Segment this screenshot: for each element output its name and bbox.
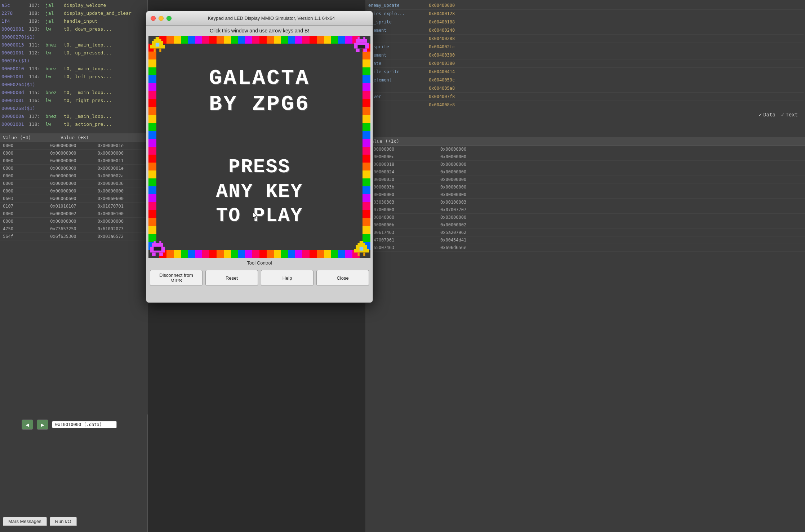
value-cell: 0x00000011 bbox=[98, 157, 145, 164]
right-value-row: 0x0000000c0x00000000 bbox=[365, 153, 805, 161]
right-value-row: 0x000400000x03000000 bbox=[365, 214, 805, 221]
disconnect-button[interactable]: Disconnect from MIPS bbox=[150, 270, 203, 286]
right-value-header: Value (+1c) bbox=[365, 137, 805, 146]
asm-addr: 00001001 bbox=[1, 73, 27, 81]
right-value-cell: 0x00000000 bbox=[440, 161, 512, 168]
game-prompt-line2: ANY KEY bbox=[216, 179, 303, 204]
value-cell: 0x00000100 bbox=[98, 210, 145, 217]
rainbow-cell bbox=[252, 250, 259, 258]
rainbow-cell bbox=[148, 170, 156, 178]
asm-args bbox=[64, 33, 146, 41]
svg-rect-19 bbox=[152, 253, 156, 257]
value-cell: 0x00000000 bbox=[50, 180, 97, 187]
rainbow-cell bbox=[238, 250, 245, 258]
bottom-tab-bar: Mars Messages Run I/O bbox=[0, 510, 148, 532]
nav-back-button[interactable]: ◀ bbox=[22, 420, 33, 430]
asm-op: bnez bbox=[45, 89, 62, 97]
right-value-table: Value (+1c) 0x000000000x000000000x000000… bbox=[365, 137, 805, 252]
rainbow-cell bbox=[363, 75, 370, 83]
rainbow-cell bbox=[231, 36, 238, 44]
asm-op: bnez bbox=[45, 112, 62, 120]
help-button[interactable]: Help bbox=[261, 270, 313, 286]
text-checkbox-item[interactable]: ✓ Text bbox=[781, 112, 798, 118]
assembly-row: 00026c($1) bbox=[1, 57, 146, 65]
rainbow-cell bbox=[363, 210, 370, 218]
right-symbol-row: te 0x00400288 bbox=[367, 35, 804, 43]
right-value-row: 0x000000300x00000000 bbox=[365, 176, 805, 183]
asm-addr: 00000013 bbox=[1, 41, 27, 49]
right-value-cell: 0x03030303 bbox=[368, 199, 440, 206]
asm-num: 118: bbox=[29, 120, 43, 128]
right-value-row: 0x0000000b0x00000002 bbox=[365, 221, 805, 229]
rainbow-cell bbox=[338, 36, 345, 44]
tool-control-label: Tool Control bbox=[146, 258, 373, 268]
value-row: 47500x736572500x61002073 bbox=[0, 225, 148, 233]
close-button[interactable]: Close bbox=[316, 270, 369, 286]
asm-op: lw bbox=[45, 97, 62, 105]
value-row: 564f0x6f6353000x003a6572 bbox=[0, 233, 148, 240]
assembly-row: 00000264($1) bbox=[1, 81, 146, 89]
right-value-cell: 0x5a207962 bbox=[440, 229, 512, 236]
right-value-cell: 0x03000000 bbox=[440, 214, 512, 221]
rainbow-cell bbox=[148, 131, 156, 139]
symbol-name: element bbox=[368, 51, 426, 59]
asm-args: handle_input bbox=[64, 17, 146, 25]
rainbow-cell bbox=[331, 250, 338, 258]
value-cell: 0x0000001e bbox=[98, 142, 145, 149]
right-value-row: 0x470079610x00454d41 bbox=[365, 236, 805, 244]
rainbow-cell bbox=[363, 147, 370, 155]
right-value-cell: 0x00000024 bbox=[368, 168, 440, 176]
right-symbol-row: te 0x004005a8 bbox=[367, 84, 804, 93]
rainbow-cell bbox=[267, 36, 274, 44]
asm-op bbox=[45, 105, 62, 112]
reset-button[interactable]: Reset bbox=[205, 270, 258, 286]
asm-args: t0, down_press... bbox=[64, 25, 146, 33]
value-cell: 0x6f635300 bbox=[50, 233, 97, 240]
rainbow-cell bbox=[174, 36, 181, 44]
rainbow-cell bbox=[148, 99, 156, 107]
right-value-cell: 0x00454d41 bbox=[440, 236, 512, 244]
rainbow-cell bbox=[195, 36, 202, 44]
assembly-table: a5c 107: jal display_welcome 2278 108: j… bbox=[0, 0, 148, 130]
asm-op bbox=[45, 33, 62, 41]
asm-args: t0, right_pres... bbox=[64, 97, 146, 105]
minimize-traffic-light[interactable] bbox=[159, 16, 164, 21]
value-cell: 0000 bbox=[3, 165, 50, 172]
value-cell: 0x003a6572 bbox=[98, 233, 145, 240]
value-cell: 0000 bbox=[3, 187, 50, 195]
svg-rect-14 bbox=[361, 45, 365, 49]
rainbow-cell bbox=[148, 91, 156, 99]
asm-num: 107: bbox=[29, 1, 43, 9]
assembly-row: 00000270($1) bbox=[1, 33, 146, 41]
run-io-tab[interactable]: Run I/O bbox=[50, 517, 77, 526]
svg-rect-21 bbox=[154, 247, 158, 251]
asm-num: 115: bbox=[29, 89, 43, 97]
game-canvas[interactable]: GALACTA BY ZPG6 PRESS ANY KEY TO PLAY bbox=[148, 36, 370, 258]
asm-addr: 00001001 bbox=[1, 49, 27, 57]
symbol-name: h_sprite bbox=[368, 43, 426, 51]
nav-forward-button[interactable]: ▶ bbox=[37, 420, 48, 430]
close-traffic-light[interactable] bbox=[151, 16, 156, 21]
right-value-cell: 0x0000003b bbox=[368, 183, 440, 191]
rainbow-cell bbox=[281, 250, 288, 258]
rainbow-cell bbox=[181, 36, 188, 44]
rainbow-cell bbox=[363, 115, 370, 123]
address-dropdown[interactable]: 0x10010000 (.data) bbox=[52, 421, 117, 428]
value-row: 01070x010101070x01070701 bbox=[0, 203, 148, 210]
asm-addr: 00026c($1) bbox=[1, 57, 27, 65]
checkmark-text: ✓ bbox=[781, 112, 784, 118]
right-value-cell: 0x07007707 bbox=[440, 206, 512, 213]
right-value-cell: 0x07000000 bbox=[368, 206, 440, 213]
symbol-addr: 0x004002fc bbox=[429, 43, 472, 51]
mars-messages-tab[interactable]: Mars Messages bbox=[3, 517, 47, 526]
maximize-traffic-light[interactable] bbox=[166, 16, 172, 21]
value-col-4: Value (+4) bbox=[3, 135, 61, 140]
right-symbol-row: pdate 0x00400380 bbox=[367, 59, 804, 68]
rainbow-cell bbox=[295, 36, 302, 44]
game-prompt-line3: TO PLAY bbox=[216, 204, 303, 228]
value-row: 00000x000000000x0000001e bbox=[0, 165, 148, 172]
right-symbol-row: nmies_explo... 0x00400128 bbox=[367, 10, 804, 18]
data-checkbox-item[interactable]: ✓ Data bbox=[759, 112, 775, 118]
right-value-col: Value (+1c) bbox=[368, 138, 440, 144]
game-title: GALACTA BY ZPG6 bbox=[209, 65, 310, 117]
